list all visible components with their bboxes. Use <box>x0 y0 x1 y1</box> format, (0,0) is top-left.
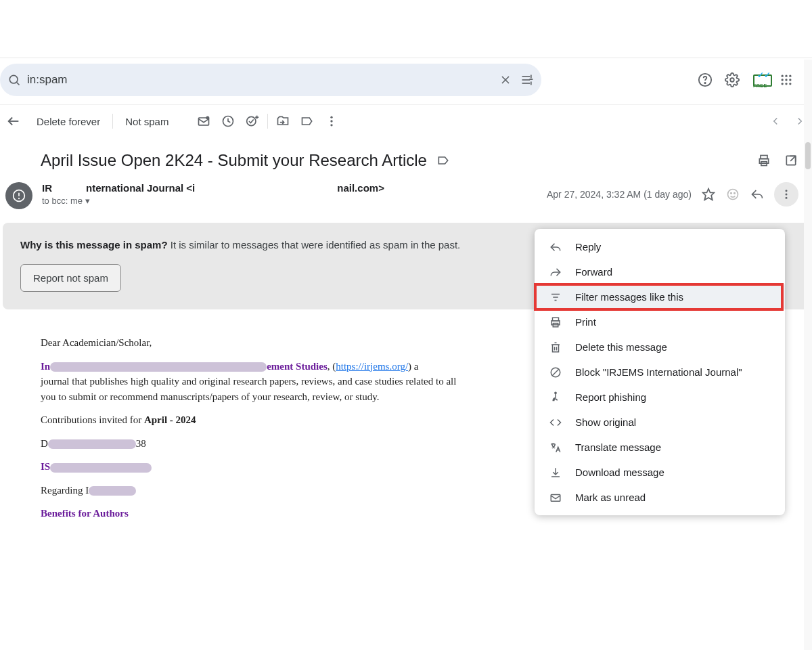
block-icon <box>548 365 563 380</box>
svg-point-26 <box>247 116 256 125</box>
svg-point-16 <box>782 79 784 81</box>
svg-rect-9 <box>529 79 533 80</box>
print-icon <box>548 315 563 330</box>
svg-point-32 <box>331 124 333 126</box>
svg-point-42 <box>728 190 738 200</box>
svg-rect-6 <box>522 83 531 84</box>
menu-download[interactable]: Download message <box>535 460 785 485</box>
code-icon <box>548 415 563 430</box>
svg-rect-8 <box>531 82 532 85</box>
settings-gear-icon[interactable] <box>724 72 740 88</box>
reply-arrow-icon <box>548 240 563 255</box>
print-all-icon[interactable] <box>757 153 771 168</box>
star-icon[interactable] <box>701 187 716 202</box>
menu-block[interactable]: Block "IRJEMS International Journal" <box>535 360 785 385</box>
svg-line-1 <box>17 83 20 85</box>
svg-rect-5 <box>522 79 531 81</box>
menu-translate[interactable]: Translate message <box>535 435 785 460</box>
svg-rect-4 <box>522 76 531 77</box>
svg-point-11 <box>704 83 705 83</box>
scrollbar-thumb[interactable] <box>805 142 811 169</box>
body-line3: you to submit or recommend manuscripts/p… <box>41 391 379 402</box>
spam-why-text: It is similar to messages that were iden… <box>168 239 461 251</box>
add-to-tasks-icon[interactable] <box>240 109 265 133</box>
mark-unread-icon[interactable] <box>191 109 216 133</box>
svg-line-37 <box>790 156 796 161</box>
labels-icon[interactable] <box>295 109 319 133</box>
emoji-reaction-icon[interactable] <box>725 187 740 202</box>
svg-point-44 <box>734 193 736 194</box>
svg-point-18 <box>789 79 791 81</box>
clear-search-icon[interactable] <box>498 72 513 87</box>
svg-point-13 <box>782 75 784 77</box>
svg-point-40 <box>18 198 20 199</box>
message-options-menu: Reply Forward Filter messages like this … <box>535 229 785 515</box>
forward-arrow-icon <box>548 265 563 280</box>
svg-rect-64 <box>551 494 560 501</box>
help-icon[interactable] <box>697 72 713 88</box>
svg-rect-49 <box>553 297 558 298</box>
menu-forward[interactable]: Forward <box>535 259 785 284</box>
expand-recipients-icon[interactable]: ▾ <box>85 196 90 206</box>
body-contrib-month: April - 2024 <box>144 414 196 425</box>
sender-avatar <box>5 182 32 209</box>
svg-point-31 <box>331 120 333 122</box>
svg-point-0 <box>9 75 18 83</box>
menu-filter-messages[interactable]: Filter messages like this <box>535 284 785 309</box>
svg-line-60 <box>552 368 560 376</box>
snooze-icon[interactable] <box>216 109 240 133</box>
menu-report-phishing[interactable]: Report phishing <box>535 385 785 410</box>
svg-point-21 <box>789 83 791 85</box>
svg-rect-54 <box>553 345 559 352</box>
newer-icon[interactable] <box>763 109 788 133</box>
svg-point-30 <box>331 116 333 118</box>
message-timestamp: Apr 27, 2024, 3:32 AM (1 day ago) <box>547 189 692 200</box>
search-icon <box>7 72 22 87</box>
apps-grid-icon[interactable] <box>778 72 794 88</box>
not-spam-button[interactable]: Not spam <box>116 112 178 131</box>
back-icon[interactable] <box>0 114 27 129</box>
menu-show-original[interactable]: Show original <box>535 410 785 435</box>
journal-name: Inement Studies <box>41 361 328 372</box>
message-more-icon[interactable] <box>774 182 798 207</box>
phishing-icon <box>548 390 563 405</box>
svg-point-14 <box>785 75 787 77</box>
menu-reply[interactable]: Reply <box>535 234 785 259</box>
svg-point-24 <box>206 116 210 120</box>
svg-point-45 <box>786 190 788 192</box>
reply-icon[interactable] <box>750 187 765 202</box>
svg-point-46 <box>786 194 788 196</box>
menu-print[interactable]: Print <box>535 309 785 334</box>
search-box[interactable] <box>0 64 541 96</box>
svg-point-43 <box>731 193 732 194</box>
svg-marker-41 <box>703 189 715 200</box>
search-input[interactable] <box>27 73 498 87</box>
svg-point-19 <box>782 83 784 85</box>
translate-icon <box>548 440 563 455</box>
svg-rect-48 <box>551 293 560 295</box>
spam-why-label: Why is this message in spam? <box>20 239 168 251</box>
label-as-icon[interactable] <box>436 154 450 167</box>
more-actions-icon[interactable] <box>319 109 344 133</box>
svg-point-47 <box>786 197 788 199</box>
extension-badge-icon[interactable]: ✓✓FREE <box>751 72 767 88</box>
sender-name-line: IRnternational Journal <inail.com> <box>42 182 547 194</box>
menu-delete[interactable]: Delete this message <box>535 334 785 360</box>
svg-point-17 <box>785 79 787 81</box>
svg-rect-7 <box>531 75 532 79</box>
search-options-icon[interactable] <box>520 72 535 87</box>
report-not-spam-button[interactable]: Report not spam <box>20 264 121 292</box>
header-row: ✓✓FREE <box>0 58 812 105</box>
mark-unread-menu-icon <box>548 490 563 505</box>
menu-mark-unread[interactable]: Mark as unread <box>535 485 785 510</box>
recipient-line[interactable]: to bcc: me ▾ <box>42 196 547 206</box>
message-subject: April Issue Open 2K24 - Submit your Rese… <box>41 151 427 170</box>
body-line2: journal that publishes high quality and … <box>41 376 456 387</box>
open-new-window-icon[interactable] <box>784 153 798 168</box>
delete-forever-button[interactable]: Delete forever <box>27 112 110 131</box>
move-to-icon[interactable] <box>271 109 295 133</box>
journal-url-link[interactable]: https://irjems.org/ <box>336 361 408 372</box>
message-toolbar: Delete forever Not spam <box>0 105 812 137</box>
svg-point-15 <box>789 75 791 77</box>
svg-point-61 <box>555 392 556 393</box>
